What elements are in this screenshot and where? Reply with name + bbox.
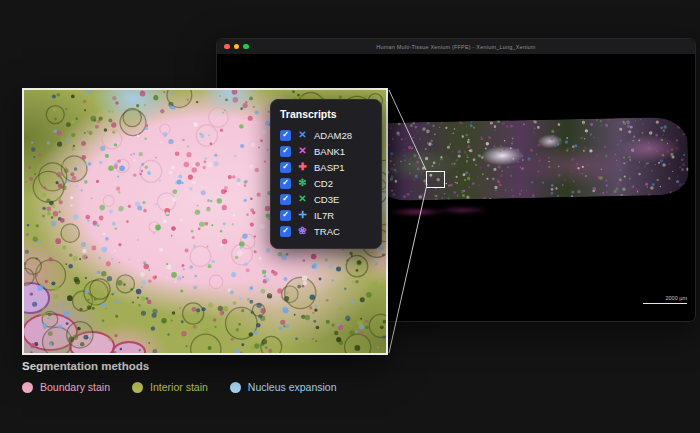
transcript-row[interactable]: ✻ CD2 <box>280 175 372 191</box>
transcript-row[interactable]: ✕ CD3E <box>280 191 372 207</box>
transcript-checkbox[interactable] <box>280 162 291 173</box>
segmentation-legend: Boundary stain Interior stain Nucleus ex… <box>22 381 337 393</box>
transcript-label: IL7R <box>314 210 334 221</box>
window-titlebar: Human Multi-Tissue Xenium (FFPE) - Xeniu… <box>217 39 695 55</box>
legend-item-nucleus-expansion: Nucleus expansion <box>230 381 337 393</box>
nucleus-expansion-dot-icon <box>230 382 241 393</box>
transcript-marker-icon: ✕ <box>297 130 308 140</box>
transcript-label: CD2 <box>314 178 333 189</box>
segmentation-methods-title: Segmentation methods <box>22 360 149 372</box>
transcript-label: BASP1 <box>314 162 345 173</box>
tissue-image-texture <box>367 117 689 202</box>
window-minimize-button[interactable] <box>234 44 240 50</box>
zoom-region-indicator <box>426 171 445 188</box>
legend-label: Boundary stain <box>40 381 110 393</box>
transcript-label: ADAM28 <box>314 130 352 141</box>
transcript-row[interactable]: ✕ ADAM28 <box>280 127 372 143</box>
transcripts-panel: Transcripts ✕ ADAM28 ✕ BANK1 ✚ BASP1 ✻ C… <box>270 99 382 249</box>
transcript-marker-icon: ✚ <box>297 162 308 172</box>
transcripts-panel-title: Transcripts <box>280 108 372 120</box>
scale-bar-label: 2000 µm <box>643 295 687 301</box>
window-maximize-button[interactable] <box>243 44 249 50</box>
window-close-button[interactable] <box>224 44 230 50</box>
window-title: Human Multi-Tissue Xenium (FFPE) - Xeniu… <box>217 44 695 50</box>
transcript-checkbox[interactable] <box>280 226 291 237</box>
legend-label: Nucleus expansion <box>248 381 337 393</box>
transcript-checkbox[interactable] <box>280 178 291 189</box>
transcript-checkbox[interactable] <box>280 210 291 221</box>
transcript-marker-icon: ✕ <box>297 194 308 204</box>
transcript-marker-icon: ❀ <box>297 226 308 236</box>
transcript-checkbox[interactable] <box>280 194 291 205</box>
transcript-checkbox[interactable] <box>280 146 291 157</box>
boundary-stain-dot-icon <box>22 382 33 393</box>
interior-stain-dot-icon <box>132 382 143 393</box>
transcript-row[interactable]: ❀ TRAC <box>280 223 372 239</box>
transcript-checkbox[interactable] <box>280 130 291 141</box>
tissue-smudge <box>382 203 497 221</box>
transcript-marker-icon: ✻ <box>297 178 308 188</box>
tissue-image <box>367 117 689 202</box>
transcript-row[interactable]: ✕ BANK1 <box>280 143 372 159</box>
scale-bar-line <box>643 303 687 304</box>
legend-item-boundary-stain: Boundary stain <box>22 381 110 393</box>
window-controls <box>224 44 249 50</box>
transcript-label: CD3E <box>314 194 339 205</box>
legend-item-interior-stain: Interior stain <box>132 381 208 393</box>
transcript-label: TRAC <box>314 226 340 237</box>
transcript-row[interactable]: ✛ IL7R <box>280 207 372 223</box>
transcript-label: BANK1 <box>314 146 345 157</box>
transcript-marker-icon: ✕ <box>297 146 308 156</box>
transcript-row[interactable]: ✚ BASP1 <box>280 159 372 175</box>
legend-label: Interior stain <box>150 381 208 393</box>
transcript-marker-icon: ✛ <box>297 210 308 220</box>
scale-bar: 2000 µm <box>643 295 687 304</box>
